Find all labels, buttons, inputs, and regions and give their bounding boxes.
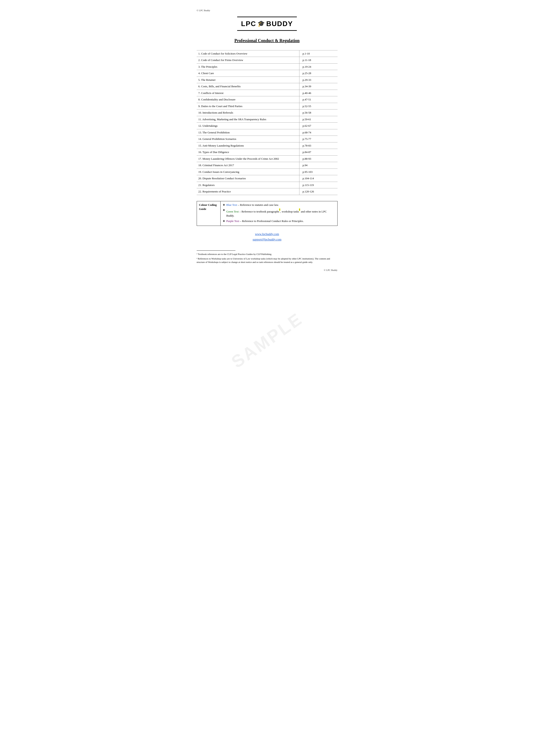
chapter-cell: 7. Conflicts of Interest: [197, 90, 299, 96]
green-text-desc: – Reference to textbook paragraphs1, wor…: [226, 210, 327, 217]
chapter-cell: 15. Anti-Money Laundering Regulations: [197, 142, 299, 149]
chapter-cell: 22. Requirements of Practice: [197, 188, 299, 195]
page-title: Professional Conduct & Regulation: [197, 37, 338, 44]
colour-coding-label: Colour Coding Guide: [197, 201, 220, 226]
toc-row: 5. The Retainerp.29-33: [197, 76, 338, 83]
chapter-cell: 9. Duties to the Court and Third Parties: [197, 103, 299, 109]
colour-coding-content: ❖ Blue Text – Reference to statutes and …: [220, 201, 337, 226]
page-cell: p.88-93: [299, 155, 338, 162]
toc-row: 21. Regulatorsp.115-119: [197, 182, 338, 188]
toc-row: 7. Conflicts of Interestp.40-46: [197, 90, 338, 96]
toc-row: 13. The General Prohibitionp.68-74: [197, 129, 338, 136]
logo-text-left: LPC: [241, 18, 256, 29]
purple-text-label: Purple Text: [226, 219, 239, 223]
toc-row: 17. Money Laundering Offences Under the …: [197, 155, 338, 162]
website-link[interactable]: www.lpcbuddy.com: [197, 232, 338, 236]
toc-row: 18. Criminal Finances Act 2017p.94: [197, 162, 338, 169]
page-cell: p.59-61: [299, 116, 338, 122]
toc-row: 10. Introductions and Referralsp.56-58: [197, 109, 338, 116]
logo-container: LPC 🎓 BUDDY: [237, 16, 297, 31]
page-cell: p.104-114: [299, 175, 338, 182]
chapter-cell: 2. Code of Conduct for Firms Overview: [197, 57, 299, 64]
page-cell: p.34-39: [299, 83, 338, 90]
chapter-cell: 19. Conduct Issues in Conveyancing: [197, 169, 299, 175]
toc-row: 15. Anti-Money Laundering Regulationsp.7…: [197, 142, 338, 149]
toc-row: 8. Confidentiality and Disclosurep.47-51: [197, 96, 338, 103]
page-cell: p.68-74: [299, 129, 338, 136]
purple-text-desc: – Reference to Professional Conduct Rule…: [240, 219, 304, 223]
toc-row: 16. Types of Due Diligencep.84-87: [197, 149, 338, 156]
toc-table: 1. Code of Conduct for Solicitors Overvi…: [197, 50, 338, 195]
chapter-cell: 3. The Principles: [197, 63, 299, 70]
toc-row: 22. Requirements of Practicep.120-126: [197, 188, 338, 195]
page-cell: p.115-119: [299, 182, 338, 188]
chapter-cell: 4. Client Care: [197, 70, 299, 77]
page-cell: p.62-67: [299, 122, 338, 129]
green-entry: ❖ Green Text – Reference to textbook par…: [223, 208, 335, 218]
blue-text-content: Blue Text – Reference to statutes and ca…: [226, 203, 279, 207]
green-text-label: Green Text: [226, 210, 239, 213]
chapter-cell: 14. General Prohibition Scenarios: [197, 136, 299, 143]
purple-entry: ❖ Purple Text – Reference to Professiona…: [223, 219, 335, 223]
footnotes: ¹ Textbook references are to the CLP Leg…: [197, 252, 338, 264]
page-cell: p.84-87: [299, 149, 338, 156]
footnote: ² References to Workshop tasks are to Un…: [197, 257, 338, 264]
page-cell: p.78-83: [299, 142, 338, 149]
toc-row: 1. Code of Conduct for Solicitors Overvi…: [197, 50, 338, 57]
bullet-diamond-3: ❖: [223, 219, 225, 223]
page-cell: p.120-126: [299, 188, 338, 195]
page-cell: p.19-24: [299, 63, 338, 70]
blue-text-desc: – Reference to statutes and case law.: [238, 203, 279, 206]
toc-row: 9. Duties to the Court and Third Parties…: [197, 103, 338, 109]
email-link[interactable]: support@lpcbuddy.com: [197, 237, 338, 242]
colour-coding-table: Colour Coding Guide ❖ Blue Text – Refere…: [197, 201, 338, 226]
chapter-cell: 16. Types of Due Diligence: [197, 149, 299, 156]
links-area: www.lpcbuddy.com support@lpcbuddy.com: [197, 232, 338, 242]
page-cell: p.94: [299, 162, 338, 169]
toc-row: 6. Costs, Bills, and Financial Benefitsp…: [197, 83, 338, 90]
toc-row: 11. Advertising, Marketing and the SRA T…: [197, 116, 338, 122]
toc-row: 3. The Principlesp.19-24: [197, 63, 338, 70]
toc-row: 12. Undertakingsp.62-67: [197, 122, 338, 129]
toc-row: 14. General Prohibition Scenariosp.75-77: [197, 136, 338, 143]
green-text-content: Green Text – Reference to textbook parag…: [226, 208, 335, 218]
chapter-cell: 1. Code of Conduct for Solicitors Overvi…: [197, 50, 299, 57]
toc-row: 4. Client Carep.25-28: [197, 70, 338, 77]
page-cell: p.1-10: [299, 50, 338, 57]
bullet-diamond-2: ❖: [223, 208, 225, 212]
page-cell: p.52-55: [299, 103, 338, 109]
logo-hat-icon: 🎓: [257, 19, 265, 28]
chapter-cell: 17. Money Laundering Offences Under the …: [197, 155, 299, 162]
logo-text-right: BUDDY: [266, 18, 293, 29]
copyright-bottom: © LPC Buddy: [197, 268, 338, 272]
purple-text-content: Purple Text – Reference to Professional …: [226, 219, 304, 223]
footnote: ¹ Textbook references are to the CLP Leg…: [197, 252, 338, 256]
copyright-top: © LPC Buddy: [197, 9, 338, 12]
chapter-cell: 13. The General Prohibition: [197, 129, 299, 136]
toc-row: 20. Dispute Resolution Conduct Scenarios…: [197, 175, 338, 182]
blue-entry: ❖ Blue Text – Reference to statutes and …: [223, 203, 335, 207]
page-cell: p.56-58: [299, 109, 338, 116]
chapter-cell: 18. Criminal Finances Act 2017: [197, 162, 299, 169]
chapter-cell: 20. Dispute Resolution Conduct Scenarios: [197, 175, 299, 182]
page-cell: p.47-51: [299, 96, 338, 103]
chapter-cell: 5. The Retainer: [197, 76, 299, 83]
chapter-cell: 12. Undertakings: [197, 122, 299, 129]
page-cell: p.95-103: [299, 169, 338, 175]
chapter-cell: 8. Confidentiality and Disclosure: [197, 96, 299, 103]
page-cell: p.75-77: [299, 136, 338, 143]
page-cell: p.11-18: [299, 57, 338, 64]
blue-text-label: Blue Text: [226, 203, 237, 206]
page-cell: p.29-33: [299, 76, 338, 83]
logo-area: LPC 🎓 BUDDY: [197, 16, 338, 31]
toc-row: 19. Conduct Issues in Conveyancingp.95-1…: [197, 169, 338, 175]
chapter-cell: 21. Regulators: [197, 182, 299, 188]
bullet-diamond-1: ❖: [223, 203, 225, 207]
chapter-cell: 11. Advertising, Marketing and the SRA T…: [197, 116, 299, 122]
chapter-cell: 10. Introductions and Referrals: [197, 109, 299, 116]
toc-row: 2. Code of Conduct for Firms Overviewp.1…: [197, 57, 338, 64]
page-cell: p.40-46: [299, 90, 338, 96]
chapter-cell: 6. Costs, Bills, and Financial Benefits: [197, 83, 299, 90]
page-cell: p.25-28: [299, 70, 338, 77]
